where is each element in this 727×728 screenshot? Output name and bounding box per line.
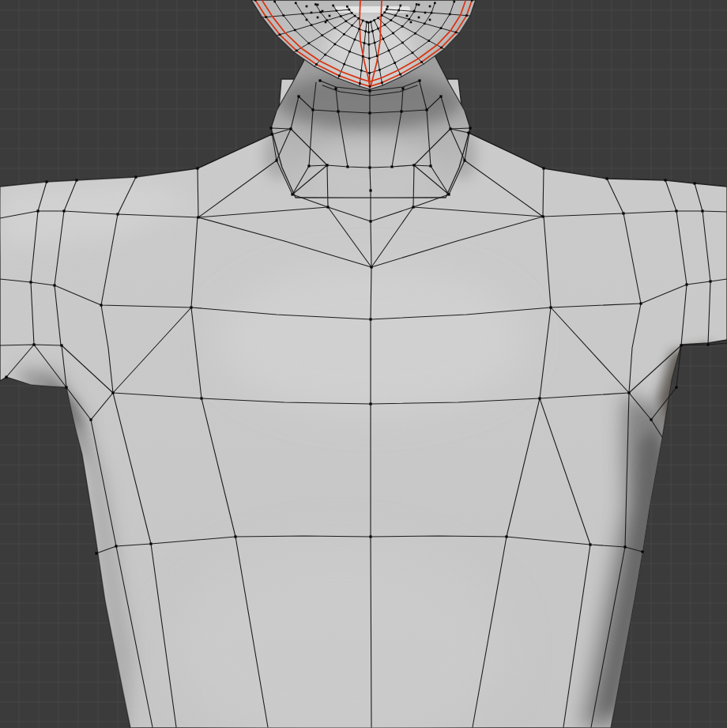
- viewport-stage: [0, 0, 727, 728]
- 3d-viewport[interactable]: [0, 0, 727, 728]
